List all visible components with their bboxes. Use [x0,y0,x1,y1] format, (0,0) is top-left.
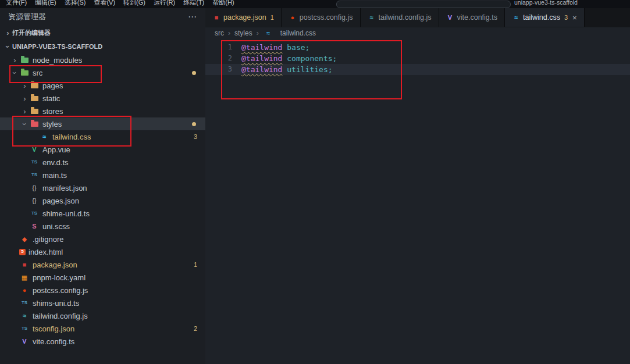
breadcrumb: src›styles›≈tailwind.css [205,27,630,40]
tree-item-label: postcss.config.js [33,286,88,295]
ts-icon: TS [19,326,30,331]
html-icon: 5 [19,249,26,255]
code-line: 2@tailwind components; [205,53,630,64]
open-editors-label: 打开的编辑器 [12,28,51,37]
tree-item-static[interactable]: ›static [0,92,205,105]
tab-label: tailwind.config.js [379,13,432,22]
menu-item-t[interactable]: 终端(T) [183,0,204,7]
problems-badge: 3 [564,14,568,21]
vue-icon: V [29,147,40,153]
tree-item-env-d-ts[interactable]: TSenv.d.ts [0,156,205,169]
tree-item-pages[interactable]: ›pages [0,79,205,92]
menu-item-e[interactable]: 编辑(E) [35,0,56,7]
tree-item-shims-uni-d-ts[interactable]: TSshims-uni.d.ts [0,297,205,309]
git-icon: ◆ [19,236,30,242]
tailwind-config-icon: ≈ [368,15,376,21]
ts-icon: TS [29,160,40,165]
tab-vite-config-ts[interactable]: Vvite.config.ts [439,8,505,27]
tree-item-label: tailwind.css [52,133,91,141]
breadcrumb-separator-icon: › [228,29,230,37]
folder-icon [29,96,40,101]
more-actions-icon[interactable]: ⋯ [188,12,197,22]
problems-badge: 1 [194,261,197,268]
code-line: 3@tailwind utilities; [205,64,630,75]
breadcrumb-item-src[interactable]: src [215,29,224,37]
code-token-directive: @tailwind [241,42,282,53]
tab-package-json[interactable]: ■package.json1 [205,8,282,27]
scss-icon: S [29,223,40,230]
tree-item-pnpm-lock-yaml[interactable]: ▦pnpm-lock.yaml [0,271,205,284]
folder-icon [29,109,40,114]
breadcrumb-separator-icon: › [257,29,259,37]
tree-item-pages-json[interactable]: {}pages.json [0,194,205,207]
tree-item-gitignore[interactable]: ◆.gitignore [0,233,205,245]
problems-badge: 2 [194,325,197,332]
tab-tailwind-config-js[interactable]: ≈tailwind.config.js [361,8,439,27]
postcss-icon: ● [289,15,297,21]
tree-item-tailwind-config-js[interactable]: ≈tailwind.config.js [0,309,205,322]
window-title: uniapp-vue3-ts-scaffold [514,0,578,6]
tree-item-uni-scss[interactable]: Suni.scss [0,220,205,233]
close-icon[interactable]: × [572,13,577,22]
tree-item-label: .gitignore [33,235,63,244]
tree-item-label: tsconfig.json [33,324,74,333]
tree-item-vite-config-ts[interactable]: Vvite.config.ts [0,335,205,348]
tab-tailwind-css[interactable]: ≈tailwind.css3× [505,8,585,27]
tree-item-tsconfig-json[interactable]: TStsconfig.json2 [0,322,205,335]
command-center[interactable] [336,1,511,8]
tab-label: tailwind.css [523,13,560,22]
tree-item-postcss-config-js[interactable]: ●postcss.config.js [0,284,205,297]
tree-item-styles[interactable]: ›styles [0,117,205,130]
file-tree: ›node_modules›src›pages›static›stores›st… [0,53,205,348]
tree-item-shime-uni-d-ts[interactable]: TSshime-uni.d.ts [0,207,205,220]
modified-dot [192,71,196,75]
tab-label: package.json [223,13,266,22]
tree-item-tailwind-css[interactable]: ≈tailwind.css3 [0,130,205,143]
folder-icon [29,83,40,88]
tree-item-manifest-json[interactable]: {}manifest.json [0,181,205,194]
breadcrumb-item-tailwind-css[interactable]: tailwind.css [280,29,316,37]
tree-item-label: env.d.ts [42,158,69,167]
tree-item-src[interactable]: ›src [0,66,205,79]
menu-item-g[interactable]: 转到(G) [123,0,145,7]
tree-item-label: node_modules [33,56,82,65]
tree-item-label: uni.scss [42,222,70,231]
tree-item-main-ts[interactable]: TSmain.ts [0,169,205,181]
chevron-down-icon: › [11,69,19,77]
chevron-right-icon: › [20,108,29,115]
chevron-right-icon: › [20,82,29,90]
chevron-right-icon: › [10,56,19,64]
tree-item-label: pages [42,81,63,90]
tree-item-app-vue[interactable]: VApp.vue [0,143,205,156]
breadcrumb-item-styles[interactable]: styles [234,29,252,37]
code-token-directive: @tailwind [241,64,282,75]
code-token-value: utilities; [282,64,332,75]
chevron-down-icon: › [4,42,12,51]
problems-badge: 1 [270,14,274,21]
menu-item-v[interactable]: 查看(V) [94,0,115,7]
open-editors-section[interactable]: › 打开的编辑器 [0,26,205,40]
code-editor[interactable]: 1@tailwind base;2@tailwind components;3@… [205,40,630,364]
tree-item-stores[interactable]: ›stores [0,105,205,117]
tab-strip: ■package.json1●postcss.config.js≈tailwin… [205,8,630,27]
tree-item-label: vite.config.ts [33,337,74,346]
project-section-header[interactable]: › UNIAPP-VUE3-TS-SCAFFOLD [0,40,205,53]
tab-postcss-config-js[interactable]: ●postcss.config.js [282,8,361,27]
chevron-right-icon: › [20,95,29,102]
json-icon: {} [29,198,40,204]
tree-item-package-json[interactable]: ■package.json1 [0,258,205,271]
title-bar: 文件(F)编辑(E)选择(S)查看(V)转到(G)运行(R)终端(T)帮助(H)… [0,0,630,8]
tree-item-node-modules[interactable]: ›node_modules [0,53,205,66]
tree-item-label: main.ts [42,171,67,180]
menu-item-s[interactable]: 选择(S) [65,0,86,7]
vite-icon: V [19,338,30,345]
project-label: UNIAPP-VUE3-TS-SCAFFOLD [12,43,102,50]
menu-item-f[interactable]: 文件(F) [6,0,27,7]
tree-item-index-html[interactable]: 5index.html [0,245,205,258]
tab-label: vite.config.ts [457,13,497,22]
menu-item-h[interactable]: 帮助(H) [212,0,234,7]
code-token-value: base; [282,42,309,53]
menu-item-r[interactable]: 运行(R) [154,0,175,7]
ts-icon: TS [29,211,40,216]
tree-item-label: pages.json [42,197,79,205]
